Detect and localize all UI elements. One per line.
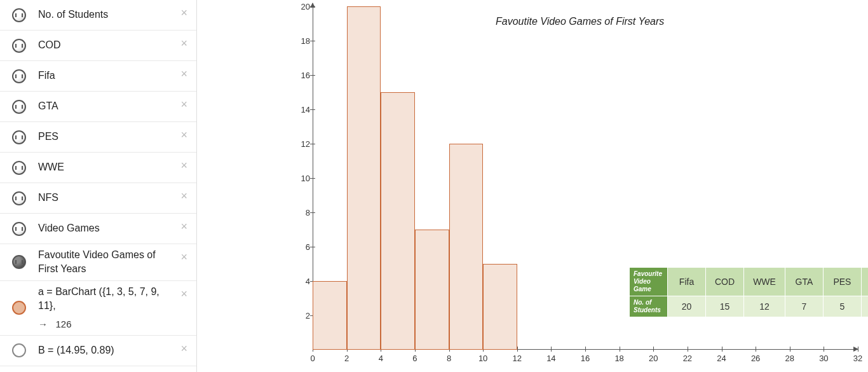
y-tick-label: 14 bbox=[301, 105, 310, 114]
y-tick-label: 12 bbox=[301, 139, 310, 149]
delete-item-icon[interactable]: × bbox=[180, 98, 187, 111]
algebra-item-label[interactable]: WWE bbox=[38, 160, 196, 174]
table-cell: Fifa bbox=[668, 268, 706, 296]
x-tick-label: 10 bbox=[478, 354, 487, 363]
x-tick bbox=[790, 347, 790, 352]
y-tick-label: 8 bbox=[306, 208, 310, 217]
algebra-item-label[interactable]: Fifa bbox=[38, 69, 196, 83]
delete-item-icon[interactable]: × bbox=[180, 251, 187, 264]
visibility-toggle-icon[interactable] bbox=[0, 8, 38, 22]
x-tick bbox=[653, 347, 654, 352]
delete-item-icon[interactable]: × bbox=[180, 189, 187, 203]
delete-item-icon[interactable]: × bbox=[180, 159, 187, 172]
x-tick-label: 32 bbox=[853, 354, 862, 363]
bar[interactable] bbox=[313, 281, 347, 350]
visibility-toggle-icon[interactable] bbox=[0, 100, 38, 114]
y-tick bbox=[310, 6, 315, 7]
graphics-view[interactable]: Favoutite Video Games of First Years 246… bbox=[197, 0, 868, 372]
delete-item-icon[interactable]: × bbox=[180, 220, 187, 233]
algebra-item[interactable]: NFS× bbox=[0, 183, 196, 214]
x-tick-label: 20 bbox=[649, 354, 658, 363]
x-tick bbox=[585, 347, 586, 352]
x-tick-label: 18 bbox=[614, 354, 623, 363]
algebra-item-label[interactable]: COD bbox=[38, 38, 196, 52]
x-tick-label: 16 bbox=[581, 354, 590, 363]
algebra-item-label[interactable]: B = (14.95, 0.89) bbox=[38, 343, 196, 357]
visibility-toggle-icon[interactable] bbox=[0, 301, 38, 315]
visibility-toggle-icon[interactable] bbox=[0, 161, 38, 175]
visibility-toggle-icon[interactable] bbox=[0, 69, 38, 83]
x-tick-label: 30 bbox=[819, 354, 828, 363]
table-header-count: No. of Students bbox=[630, 296, 668, 317]
algebra-item[interactable]: WWE× bbox=[0, 153, 196, 183]
table-cell: PES bbox=[823, 268, 861, 296]
algebra-item[interactable]: Favoutite Video Games of First Years× bbox=[0, 244, 196, 281]
algebra-item-label[interactable]: Favoutite Video Games of First Years bbox=[38, 248, 196, 277]
y-tick-label: 20 bbox=[301, 2, 310, 11]
y-tick bbox=[310, 144, 315, 144]
x-tick bbox=[517, 347, 518, 352]
algebra-item[interactable]: B = (14.95, 0.89)× bbox=[0, 336, 196, 366]
x-tick-label: 12 bbox=[513, 354, 522, 363]
algebra-item[interactable]: PES× bbox=[0, 122, 196, 153]
delete-item-icon[interactable]: × bbox=[180, 287, 187, 301]
x-tick-label: 2 bbox=[344, 354, 349, 363]
y-tick-label: 4 bbox=[306, 277, 310, 286]
algebra-item-label[interactable]: Video Games bbox=[38, 221, 196, 235]
x-tick-label: 4 bbox=[379, 354, 383, 363]
y-tick-label: 2 bbox=[306, 311, 310, 320]
algebra-item[interactable]: Video Games× bbox=[0, 214, 196, 244]
visibility-toggle-icon[interactable] bbox=[0, 343, 38, 357]
delete-item-icon[interactable]: × bbox=[180, 6, 187, 20]
x-tick-label: 26 bbox=[751, 354, 760, 363]
algebra-item-label[interactable]: NFS bbox=[38, 191, 196, 205]
y-tick bbox=[310, 212, 315, 213]
x-tick bbox=[858, 347, 858, 352]
y-tick-label: 18 bbox=[301, 36, 310, 46]
algebra-item-label[interactable]: PES bbox=[38, 130, 196, 144]
data-table: Favourite Video Game Fifa COD WWE GTA PE… bbox=[629, 267, 868, 317]
y-tick bbox=[310, 109, 315, 110]
y-tick-label: 16 bbox=[301, 71, 310, 80]
delete-item-icon[interactable]: × bbox=[180, 342, 187, 355]
algebra-item-label[interactable]: a = BarChart ({1, 3, 5, 7, 9, 11},→ 126 bbox=[38, 285, 196, 331]
x-tick-label: 8 bbox=[447, 354, 451, 363]
table-cell: 20 bbox=[668, 296, 706, 317]
algebra-sidebar[interactable]: No. of Students×COD×Fifa×GTA×PES×WWE×NFS… bbox=[0, 0, 197, 372]
delete-item-icon[interactable]: × bbox=[180, 67, 187, 81]
visibility-toggle-icon[interactable] bbox=[0, 222, 38, 236]
x-tick-label: 14 bbox=[546, 354, 555, 363]
table-cell: WWE bbox=[744, 268, 785, 296]
y-tick-label: 10 bbox=[301, 174, 310, 183]
table-cell: 4 bbox=[861, 296, 868, 317]
table-cell: 15 bbox=[706, 296, 744, 317]
delete-item-icon[interactable]: × bbox=[180, 37, 187, 50]
y-tick-label: 6 bbox=[306, 242, 310, 252]
algebra-item[interactable]: No. of Students× bbox=[0, 0, 196, 31]
bar[interactable] bbox=[483, 264, 517, 350]
algebra-item[interactable]: a = BarChart ({1, 3, 5, 7, 9, 11},→ 126× bbox=[0, 281, 196, 336]
visibility-toggle-icon[interactable] bbox=[0, 130, 38, 144]
table-cell: NFS bbox=[861, 268, 868, 296]
bar[interactable] bbox=[347, 6, 381, 350]
algebra-item-output: → 126 bbox=[38, 317, 177, 331]
visibility-toggle-icon[interactable] bbox=[0, 191, 38, 205]
bar[interactable] bbox=[415, 230, 449, 350]
delete-item-icon[interactable]: × bbox=[180, 128, 187, 142]
algebra-item[interactable]: GTA× bbox=[0, 92, 196, 122]
x-tick bbox=[824, 347, 824, 352]
bar[interactable] bbox=[449, 144, 484, 350]
x-tick-label: 22 bbox=[683, 354, 692, 363]
algebra-item[interactable]: Fifa× bbox=[0, 61, 196, 92]
algebra-item-label[interactable]: No. of Students bbox=[38, 8, 196, 22]
bar[interactable] bbox=[381, 92, 415, 350]
visibility-toggle-icon[interactable] bbox=[0, 39, 38, 53]
x-tick bbox=[756, 347, 756, 352]
x-tick-label: 28 bbox=[785, 354, 794, 363]
table-cell: COD bbox=[706, 268, 744, 296]
x-tick-label: 0 bbox=[310, 354, 315, 363]
visibility-toggle-icon[interactable] bbox=[0, 255, 38, 269]
algebra-item-label[interactable]: GTA bbox=[38, 99, 196, 113]
algebra-item[interactable]: COD× bbox=[0, 31, 196, 61]
x-tick bbox=[688, 347, 688, 352]
